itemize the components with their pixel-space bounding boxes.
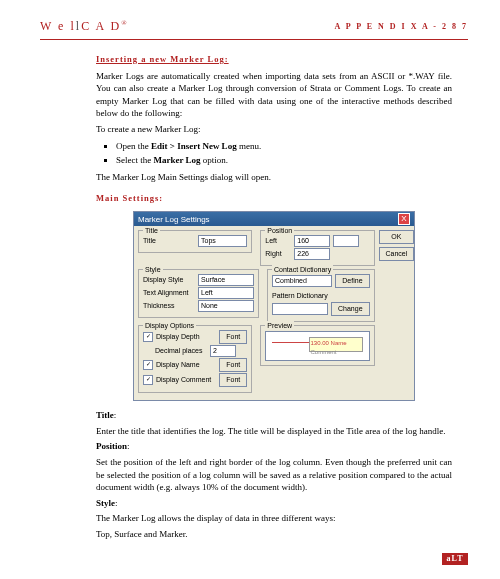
para-style2: Top, Surface and Marker. <box>96 528 452 541</box>
settings-dialog: Marker Log Settings X Title TitleTops <box>133 211 415 401</box>
header-rule <box>40 39 468 40</box>
logo: W e llC A D® <box>40 18 128 35</box>
preview-area: 130.00 NameComment <box>265 331 369 361</box>
list-item: Open the Edit > Insert New Log menu. <box>116 140 452 153</box>
change-button[interactable]: Change <box>331 302 370 316</box>
group-display-options: Display Options <box>143 321 196 331</box>
display-style-select[interactable]: Surface <box>198 274 254 286</box>
font-button[interactable]: Font <box>219 330 247 344</box>
decimal-label: Decimal places <box>155 346 207 356</box>
right-label: Right <box>265 249 291 259</box>
title-heading: Title: <box>96 409 452 422</box>
para-dialog: The Marker Log Main Settings dialog will… <box>96 171 452 184</box>
para-title: Enter the title that identifies the log.… <box>96 425 452 438</box>
font-button[interactable]: Font <box>219 373 247 387</box>
group-contact: Contact Dictionary <box>272 265 333 275</box>
list-item: Select the Marker Log option. <box>116 154 452 167</box>
text-align-label: Text Alignment <box>143 288 195 298</box>
group-position: Position <box>265 226 294 236</box>
depth-checkbox[interactable]: ✓ <box>143 332 153 342</box>
name-checkbox[interactable]: ✓ <box>143 360 153 370</box>
define-button[interactable]: Define <box>335 274 369 288</box>
title-input[interactable]: Tops <box>198 235 247 247</box>
section-inserting: Inserting a new Marker Log: <box>96 54 452 66</box>
unit-select[interactable] <box>333 235 359 247</box>
thickness-select[interactable]: None <box>198 300 254 312</box>
style-heading: Style: <box>96 497 452 510</box>
cancel-button[interactable]: Cancel <box>379 247 415 261</box>
section-main-settings: Main Settings: <box>96 193 452 205</box>
right-input[interactable]: 226 <box>294 248 330 260</box>
combined-select[interactable]: Combined <box>272 275 332 287</box>
display-depth-label: Display Depth <box>156 332 216 342</box>
para-style1: The Marker Log allows the display of dat… <box>96 512 452 525</box>
ok-button[interactable]: OK <box>379 230 415 244</box>
decimal-input[interactable]: 2 <box>210 345 236 357</box>
para-intro: Marker Logs are automatically created wh… <box>96 70 452 120</box>
group-title: Title <box>143 226 160 236</box>
group-style: Style <box>143 265 163 275</box>
close-icon[interactable]: X <box>398 213 410 225</box>
title-label: Title <box>143 236 195 246</box>
thickness-label: Thickness <box>143 301 195 311</box>
left-input[interactable]: 160 <box>294 235 330 247</box>
display-name-label: Display Name <box>156 360 216 370</box>
para-create: To create a new Marker Log: <box>96 123 452 136</box>
display-style-label: Display Style <box>143 275 195 285</box>
group-preview: Preview <box>265 321 294 331</box>
font-button[interactable]: Font <box>219 358 247 372</box>
position-heading: Position: <box>96 440 452 453</box>
pattern-select[interactable] <box>272 303 328 315</box>
text-align-select[interactable]: Left <box>198 287 254 299</box>
left-label: Left <box>265 236 291 246</box>
para-position: Set the position of the left and right b… <box>96 456 452 494</box>
footer-logo: aLT <box>442 553 468 565</box>
pattern-label: Pattern Dictionary <box>272 291 370 301</box>
dialog-title: Marker Log Settings <box>138 214 210 225</box>
display-comment-label: Display Comment <box>156 375 216 385</box>
appendix-label: A P P E N D I X A - 2 8 7 <box>334 21 468 32</box>
comment-checkbox[interactable]: ✓ <box>143 375 153 385</box>
